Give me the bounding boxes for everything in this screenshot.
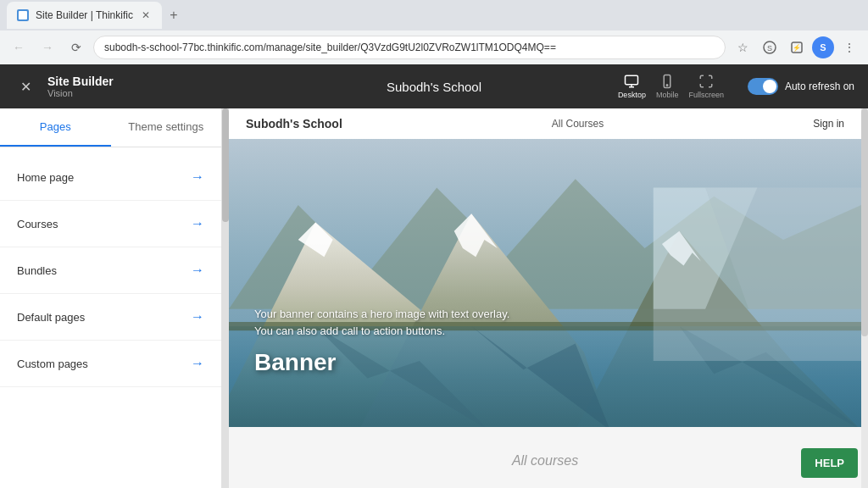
preview-scroll[interactable]: Subodh's School All Courses Sign in xyxy=(229,108,861,488)
desktop-view-button[interactable]: Desktop xyxy=(618,74,646,99)
browser-chrome: Site Builder | Thinkific ✕ + ← → ⟳ ☆ S ⚡… xyxy=(0,0,868,64)
nav-item-bundles[interactable]: Bundles → xyxy=(0,247,221,294)
active-tab[interactable]: Site Builder | Thinkific ✕ xyxy=(7,2,162,29)
school-name: Subodh's School xyxy=(387,80,481,94)
mobile-view-button[interactable]: Mobile xyxy=(656,74,679,99)
app-subtitle: Vision xyxy=(47,88,114,98)
tab-close-button[interactable]: ✕ xyxy=(140,8,152,23)
tab-title: Site Builder | Thinkific xyxy=(36,9,133,21)
preview-container: Subodh's School All Courses Sign in xyxy=(229,108,861,488)
nav-item-custom-pages[interactable]: Custom pages → xyxy=(0,341,221,387)
profile-icon[interactable]: S xyxy=(812,36,834,58)
hero-text-container: Your banner contains a hero image with t… xyxy=(254,306,526,376)
tab-favicon xyxy=(17,9,29,21)
back-button[interactable]: ← xyxy=(7,36,31,59)
mountain-background xyxy=(229,139,861,427)
fullscreen-view-button[interactable]: Fullscreen xyxy=(688,74,724,99)
app-title: Site Builder xyxy=(47,75,114,88)
default-pages-arrow: → xyxy=(191,309,204,324)
help-button[interactable]: HELP xyxy=(801,448,858,478)
svg-text:⚡: ⚡ xyxy=(793,43,801,52)
custom-pages-arrow: → xyxy=(191,356,204,371)
bundles-label: Bundles xyxy=(17,264,57,277)
more-icon[interactable]: ⋮ xyxy=(837,36,861,59)
nav-item-home-page[interactable]: Home page → xyxy=(0,154,221,201)
main-content: Pages Theme settings Home page → Courses… xyxy=(0,108,868,488)
left-scrollbar[interactable] xyxy=(222,108,229,488)
device-icons: Desktop Mobile Fullscreen xyxy=(618,74,724,99)
nav-item-courses[interactable]: Courses → xyxy=(0,201,221,247)
extension-icon-1[interactable]: S xyxy=(758,36,782,59)
sidebar: Pages Theme settings Home page → Courses… xyxy=(0,108,222,488)
toggle-knob xyxy=(763,80,776,93)
below-hero-section: All courses xyxy=(229,427,861,488)
address-bar: ← → ⟳ ☆ S ⚡ S ⋮ xyxy=(0,30,868,64)
courses-label: Courses xyxy=(17,218,58,230)
banner-label: Banner xyxy=(254,349,336,375)
home-page-arrow: → xyxy=(191,169,204,185)
sidebar-tabs: Pages Theme settings xyxy=(0,108,221,147)
site-nav-links: All Courses xyxy=(552,118,604,130)
toggle-switch[interactable] xyxy=(748,78,778,95)
address-input[interactable] xyxy=(93,36,726,59)
all-courses-hint: All courses xyxy=(512,453,578,469)
custom-pages-label: Custom pages xyxy=(17,358,88,370)
nav-item-default-pages[interactable]: Default pages → xyxy=(0,294,221,341)
preview-area: Subodh's School All Courses Sign in xyxy=(222,108,868,488)
default-pages-label: Default pages xyxy=(17,311,85,324)
forward-button[interactable]: → xyxy=(36,36,59,59)
tab-theme-settings[interactable]: Theme settings xyxy=(111,108,222,147)
courses-arrow: → xyxy=(191,216,204,231)
sign-in-link: Sign in xyxy=(813,118,844,130)
fullscreen-label: Fullscreen xyxy=(688,91,724,99)
top-bar: ✕ Site Builder Vision Subodh's School De… xyxy=(0,64,868,108)
bookmark-icon[interactable]: ☆ xyxy=(731,36,754,59)
mobile-label: Mobile xyxy=(656,91,679,99)
reload-button[interactable]: ⟳ xyxy=(64,36,88,59)
desktop-label: Desktop xyxy=(618,91,646,99)
svg-text:S: S xyxy=(767,44,772,53)
sidebar-nav: Home page → Courses → Bundles → Default … xyxy=(0,147,221,394)
new-tab-button[interactable]: + xyxy=(162,3,186,27)
close-button[interactable]: ✕ xyxy=(14,75,37,98)
nav-link-courses: All Courses xyxy=(552,118,604,130)
app: ✕ Site Builder Vision Subodh's School De… xyxy=(0,64,868,488)
tab-pages[interactable]: Pages xyxy=(0,108,111,147)
extension-icon-2[interactable]: ⚡ xyxy=(785,36,809,59)
site-title: Site Builder Vision xyxy=(47,75,114,98)
hero-section: Your banner contains a hero image with t… xyxy=(229,139,861,427)
svg-rect-0 xyxy=(19,11,27,19)
right-scrollbar[interactable] xyxy=(861,108,868,488)
site-logo: Subodh's School xyxy=(246,117,342,130)
svg-rect-5 xyxy=(626,75,638,85)
toolbar-icons: ☆ S ⚡ S ⋮ xyxy=(731,36,861,59)
home-page-label: Home page xyxy=(17,171,74,184)
svg-point-9 xyxy=(666,85,668,86)
hero-description: Your banner contains a hero image with t… xyxy=(254,306,526,339)
tab-bar: Site Builder | Thinkific ✕ + xyxy=(0,0,868,30)
site-nav-bar: Subodh's School All Courses Sign in xyxy=(229,108,861,139)
auto-refresh-toggle[interactable]: Auto refresh on xyxy=(748,78,854,95)
bundles-arrow: → xyxy=(191,263,204,278)
auto-refresh-label: Auto refresh on xyxy=(785,80,854,92)
